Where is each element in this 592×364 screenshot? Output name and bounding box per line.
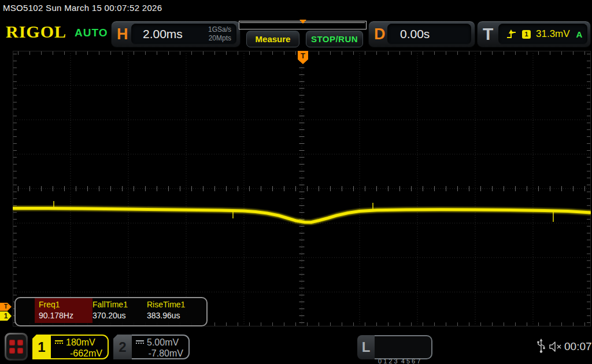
graticule bbox=[13, 51, 591, 326]
measurement-value: 383.96us bbox=[147, 311, 180, 320]
channel2-tab[interactable]: 2 bbox=[113, 335, 132, 359]
sample-rate: 1GSa/s bbox=[208, 25, 231, 34]
usb-icon bbox=[536, 339, 546, 354]
stop-run-button[interactable]: STOP/RUN bbox=[306, 31, 363, 47]
trigger-settings-panel[interactable]: T 1 31.3mV A bbox=[477, 21, 591, 47]
channel2-info[interactable]: 5.00mV -7.80mV bbox=[132, 335, 190, 359]
trigger-level-value: 31.3mV bbox=[536, 28, 570, 40]
dc-coupling-icon bbox=[55, 340, 63, 346]
runtime-clock: 00:07 bbox=[564, 340, 592, 353]
sample-rate-block: 1GSa/s 20Mpts bbox=[208, 25, 231, 43]
grid-icon bbox=[9, 340, 23, 354]
trigger-label: T bbox=[483, 24, 493, 44]
measurement-label[interactable]: RiseTime1 bbox=[147, 300, 185, 309]
measurement-value: 90.178Hz bbox=[39, 311, 73, 320]
channel2-offset: -7.80mV bbox=[132, 348, 188, 359]
speaker-muted-icon[interactable] bbox=[549, 341, 563, 352]
delay-settings-panel[interactable]: D 0.00s bbox=[368, 21, 475, 47]
dc-coupling-icon bbox=[136, 340, 144, 346]
trigger-source-badge: 1 bbox=[522, 30, 531, 39]
trigger-sweep-mode: A bbox=[576, 29, 583, 39]
horizontal-settings-panel[interactable]: H 2.00ms 1GSa/s 20Mpts bbox=[111, 21, 240, 47]
horizontal-inset: 2.00ms 1GSa/s 20Mpts bbox=[131, 24, 236, 44]
delay-label: D bbox=[374, 25, 386, 43]
logic-channels-info[interactable]: 0 1 2 3 4 5 6 7 8 9 1011 12131415 bbox=[375, 335, 432, 359]
channel1-tab[interactable]: 1 bbox=[32, 335, 51, 359]
trigger-level-marker[interactable]: T bbox=[0, 303, 12, 311]
trigger-inset: 1 31.3mV A bbox=[498, 24, 587, 44]
channel1-offset: -662mV bbox=[51, 348, 108, 359]
measurement-results-panel[interactable]: Freq1 FallTime1 RiseTime1 90.178Hz 370.2… bbox=[14, 297, 208, 326]
logic-analyzer-tab[interactable]: L bbox=[357, 335, 375, 359]
menu-grid-button[interactable] bbox=[5, 333, 28, 361]
measurement-label[interactable]: Freq1 bbox=[39, 300, 60, 309]
channel1-offset-marker[interactable]: 1 bbox=[0, 311, 12, 321]
measurement-label[interactable]: FallTime1 bbox=[92, 300, 128, 309]
waveform-display-area[interactable] bbox=[13, 51, 591, 326]
timebase-value: 2.00ms bbox=[143, 27, 183, 41]
trigger-edge-icon bbox=[506, 29, 517, 39]
menu-grid-inner bbox=[6, 335, 26, 359]
channel2-scale: 5.00mV bbox=[147, 337, 179, 348]
system-titlebar: MSO5102 Sun March 15 00:07:52 2026 bbox=[3, 3, 162, 13]
memory-depth: 20Mpts bbox=[208, 34, 231, 43]
delay-value: 0.00s bbox=[400, 27, 430, 41]
measurement-value: 370.20us bbox=[92, 311, 126, 320]
logic-row-low: 0 1 2 3 4 5 6 7 bbox=[378, 357, 431, 364]
channel1-scale: 180mV bbox=[66, 337, 95, 348]
acquisition-status: AUTO bbox=[75, 27, 108, 39]
overview-position-marker[interactable] bbox=[299, 20, 306, 24]
channel1-info[interactable]: 180mV -662mV bbox=[51, 335, 109, 359]
horizontal-label: H bbox=[117, 25, 128, 43]
delay-inset: 0.00s bbox=[387, 24, 471, 44]
rigol-logo: RIGOL bbox=[6, 22, 66, 42]
measure-button[interactable]: Measure bbox=[246, 31, 299, 47]
